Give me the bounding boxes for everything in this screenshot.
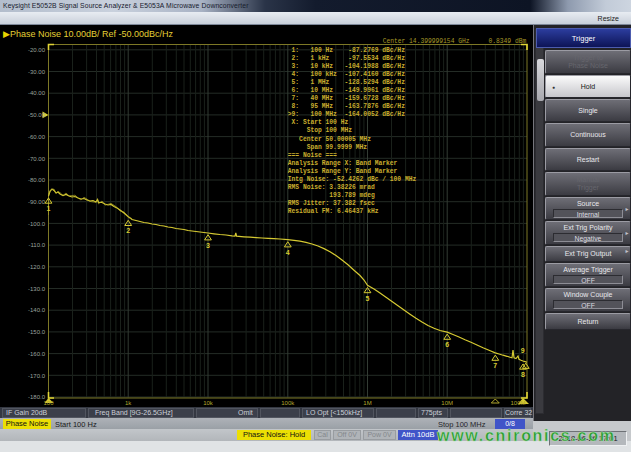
svg-text:-100.0: -100.0 (28, 221, 46, 227)
svg-text:100: 100 (43, 400, 54, 406)
svg-text:4: 4 (286, 249, 290, 256)
svg-text:100k: 100k (281, 400, 295, 406)
svg-text:1k: 1k (125, 400, 132, 406)
svg-text:5: 5 (366, 295, 370, 302)
svg-text:-80.00: -80.00 (28, 177, 46, 183)
svg-text:6: 6 (445, 341, 449, 348)
svg-text:-130.0: -130.0 (28, 286, 46, 292)
svg-text:1M: 1M (363, 400, 371, 406)
svg-text:-40.00: -40.00 (28, 90, 46, 96)
svg-text:-170.0: -170.0 (28, 373, 46, 379)
svg-text:-150.0: -150.0 (28, 329, 46, 335)
svg-text:10k: 10k (203, 400, 214, 406)
svg-text:-70.00: -70.00 (28, 156, 46, 162)
svg-text:-50.00: -50.00 (28, 112, 46, 118)
svg-text:2: 2 (126, 227, 130, 234)
svg-text:3: 3 (206, 242, 210, 249)
svg-text:8: 8 (521, 371, 525, 378)
svg-text:-90.00: -90.00 (28, 199, 46, 205)
svg-text:-140.0: -140.0 (28, 307, 46, 313)
svg-text:10M: 10M (441, 400, 453, 406)
svg-text:-20.00: -20.00 (28, 47, 46, 53)
svg-text:-160.0: -160.0 (28, 351, 46, 357)
svg-text:-120.0: -120.0 (28, 264, 46, 270)
svg-text:-30.00: -30.00 (28, 69, 46, 75)
svg-text:9: 9 (521, 347, 525, 354)
svg-text:1: 1 (47, 205, 51, 212)
svg-text:-110.0: -110.0 (28, 242, 45, 248)
svg-text:-60.00: -60.00 (28, 134, 46, 140)
svg-text:7: 7 (493, 362, 497, 369)
svg-text:100M: 100M (510, 400, 525, 406)
